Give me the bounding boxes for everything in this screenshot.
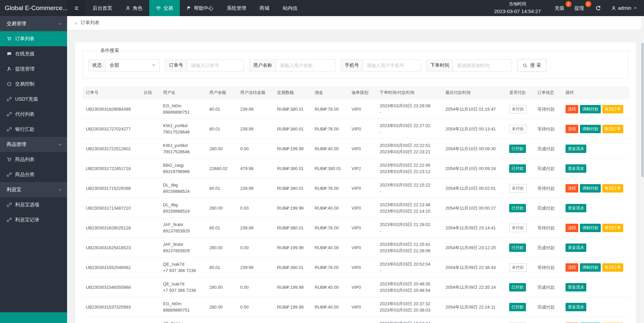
- sidebar-item-goods-category[interactable]: 商品分类: [0, 167, 67, 182]
- order-time-line: 2023年03月03日 22:23:12: [380, 168, 439, 175]
- nav-item-label: 后台首页: [93, 5, 112, 11]
- cell-order-status: 等待付款: [534, 218, 562, 238]
- cell-actions: 资金流水: [562, 277, 629, 297]
- sidebar-item-order-list[interactable]: 订单列表: [0, 31, 67, 46]
- cell-level: VIP2: [348, 159, 376, 178]
- sidebar-item-lixibao-options[interactable]: 利息宝选项: [0, 197, 67, 212]
- cancel-order-button[interactable]: 取消订单: [602, 125, 623, 133]
- column-header-last-pay-time: 最后付款时间: [442, 86, 506, 99]
- fund-flow-button[interactable]: 资金流水: [566, 244, 586, 252]
- order-time-line: 2023年03月03日 20:37:32: [380, 301, 439, 307]
- cell-balance: 22680.02: [206, 159, 237, 178]
- sidebar-item-lixibao-records[interactable]: 利息宝记录: [0, 212, 67, 227]
- username-input[interactable]: [276, 60, 335, 71]
- sidebar-item-bank-remit[interactable]: 银行汇款: [0, 122, 67, 137]
- cell-pay-status: 已付款: [506, 238, 534, 258]
- cell-actions: 冻结强制付款取消订单: [562, 317, 629, 323]
- freeze-button[interactable]: 冻结: [566, 125, 578, 133]
- recharge-nav-item[interactable]: 充值 2: [550, 0, 570, 16]
- admin-menu[interactable]: admin: [607, 0, 644, 16]
- sidebar-group-goods-manage[interactable]: 商品管理: [0, 137, 67, 152]
- order-time-line: 2023年03月03日 22:22:51: [380, 142, 439, 149]
- force-pay-button[interactable]: 强制付款: [580, 224, 601, 232]
- force-pay-button[interactable]: 强制付款: [580, 125, 601, 133]
- withdraw-nav-item[interactable]: 提现 0: [570, 0, 589, 16]
- cell-commission: RUB₽:76.00: [311, 99, 348, 119]
- cancel-order-button[interactable]: 取消订单: [602, 105, 623, 113]
- refresh-button[interactable]: [589, 0, 607, 16]
- cell-commission: RUB₽:76.00: [311, 258, 348, 277]
- cell-username: DL_ilbg89159868524: [160, 198, 206, 218]
- cell-order-time: 2023年03月03日 22:13:482023年03月03日 22:14:10: [376, 198, 442, 218]
- breadcrumb: » 订单列表: [67, 16, 644, 30]
- search-legend: 条件搜索: [98, 48, 122, 54]
- recharge-label: 充值: [555, 5, 565, 11]
- nav-item-roles[interactable]: 角色: [119, 0, 149, 16]
- search-icon: [523, 63, 528, 68]
- cell-balance: 80.01: [206, 258, 237, 277]
- fund-flow-button[interactable]: 资金流水: [566, 303, 586, 311]
- table-row: UB2303031552046562QE_lsak7d+7 937 366 72…: [83, 258, 629, 277]
- nav-item-trade[interactable]: 交易: [149, 0, 180, 16]
- force-pay-button[interactable]: 强制付款: [580, 184, 601, 193]
- nav-item-label: 帮助中心: [194, 5, 213, 11]
- order-no-input[interactable]: [187, 60, 244, 71]
- order-no-filter: 订单号: [165, 59, 244, 71]
- phone-label: 手机号: [341, 60, 363, 71]
- nav-item-site-message[interactable]: 站内信: [276, 0, 304, 16]
- order-time-line: 2023年03月03日 21:28:02: [380, 221, 439, 228]
- withdraw-label: 提现: [575, 5, 584, 11]
- table-row: UB2303031452247590JG_9pznu7917775449080.…: [83, 317, 629, 323]
- table-row: UB2303031625418523JAF_9rahr8913785392928…: [83, 238, 629, 258]
- nav-item-system-manage[interactable]: 系统管理: [220, 0, 253, 16]
- sidebar-item-daifu-list[interactable]: 代付列表: [0, 107, 67, 122]
- order-time-input[interactable]: [453, 60, 512, 71]
- cell-order-no: UB2303031727024277: [83, 119, 140, 139]
- order-time-line: 2023年03月03日 21:26:06: [380, 248, 439, 254]
- nav-item-help-center[interactable]: 帮助中心: [180, 0, 220, 16]
- order-table: 订单号分组用户名用户余额用户冻结金额交易数额佣金做单级别下单时间/付款时间最后付…: [83, 86, 629, 323]
- freeze-button[interactable]: 冻结: [566, 263, 578, 272]
- search-button[interactable]: 搜 索: [517, 59, 546, 72]
- status-select[interactable]: 全部: [106, 60, 159, 71]
- table-row: UB2303031548355868QE_lsak7d+7 937 366 72…: [83, 277, 629, 297]
- sidebar-item-goods-list[interactable]: 商品列表: [0, 152, 67, 167]
- sidebar-item-withdraw-manage[interactable]: 提现管理: [0, 61, 67, 76]
- nav-item-mall[interactable]: 商城: [253, 0, 276, 16]
- cell-order-time: 2023年03月03日 20:48:352023年03月03日 20:48:54: [376, 277, 442, 297]
- freeze-button[interactable]: 冻结: [566, 184, 578, 193]
- nav-item-label: 站内信: [283, 5, 298, 11]
- force-pay-button[interactable]: 强制付款: [580, 263, 601, 272]
- username-line: 89319796966: [163, 168, 203, 175]
- fund-flow-button[interactable]: 资金流水: [566, 283, 586, 291]
- scrollbar-thumb[interactable]: [641, 43, 644, 177]
- sidebar-item-usdt-recharge[interactable]: USDT充值: [0, 92, 67, 107]
- cancel-order-button[interactable]: 取消订单: [602, 184, 623, 193]
- top-menu: 后台首页角色交易帮助中心系统管理商城站内信: [86, 0, 304, 16]
- cell-balance: 280.00: [206, 297, 237, 317]
- pay-status-badge: 未付款: [509, 263, 527, 272]
- sidebar-group-trade-manage[interactable]: 交易管理: [0, 16, 67, 31]
- sidebar-group-lixibao[interactable]: 利息宝: [0, 182, 67, 197]
- cell-order-status: 完成付款: [534, 159, 562, 178]
- sidebar-collapse-button[interactable]: [67, 0, 86, 16]
- fund-flow-button[interactable]: 资金流水: [566, 145, 586, 153]
- force-pay-button[interactable]: 强制付款: [580, 105, 601, 113]
- freeze-button[interactable]: 冻结: [566, 105, 578, 113]
- cancel-order-button[interactable]: 取消订单: [602, 224, 623, 232]
- freeze-button[interactable]: 冻结: [566, 224, 578, 232]
- sidebar-item-label: 商品列表: [15, 156, 35, 163]
- column-header-order-no: 订单号: [83, 86, 140, 99]
- username-line: JAF_9rahr: [163, 221, 203, 228]
- nav-item-home[interactable]: 后台首页: [86, 0, 119, 16]
- username-line: KWJ_ysr6kd: [163, 122, 203, 129]
- local-time-label: 当地时间: [494, 1, 541, 7]
- username-line: JAF_9rahr: [163, 241, 203, 248]
- cancel-order-button[interactable]: 取消订单: [602, 263, 623, 272]
- phone-input[interactable]: [363, 60, 421, 71]
- sidebar-item-online-recharge[interactable]: 在线充值: [0, 46, 67, 61]
- sidebar-item-trade-control[interactable]: 交易控制: [0, 76, 67, 92]
- cell-order-no: UB2303031628025128: [83, 218, 140, 238]
- fund-flow-button[interactable]: 资金流水: [566, 204, 586, 212]
- fund-flow-button[interactable]: 资金流水: [566, 164, 586, 173]
